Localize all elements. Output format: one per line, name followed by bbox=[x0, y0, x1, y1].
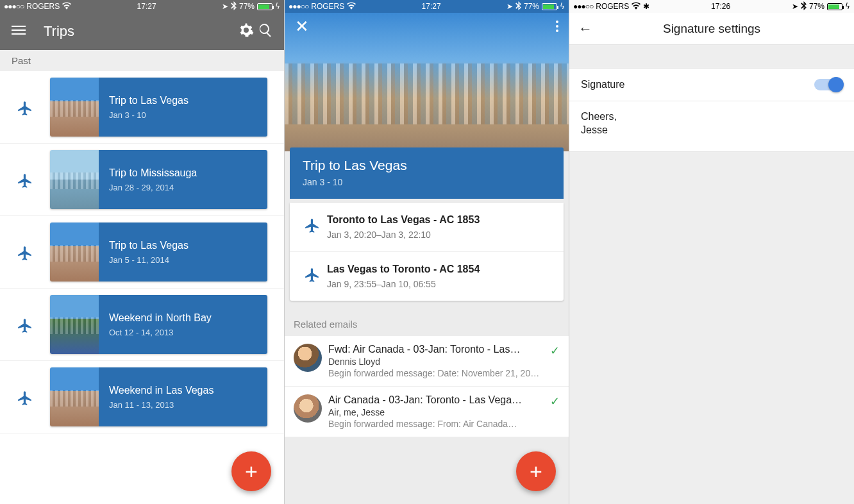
airplane-icon bbox=[17, 390, 33, 409]
signal-dots-icon: ●●●○○ bbox=[289, 2, 308, 11]
search-button[interactable] bbox=[256, 22, 275, 40]
email-from: Air, me, Jesse bbox=[328, 407, 544, 417]
create-button[interactable]: + bbox=[231, 451, 271, 491]
loading-icon: ✱ bbox=[643, 2, 649, 11]
airplane-icon bbox=[17, 100, 33, 119]
flight-segment[interactable]: Toronto to Las Vegas - AC 1853 Jan 3, 20… bbox=[290, 203, 564, 252]
segment-times: Jan 9, 23:55–Jan 10, 06:55 bbox=[327, 279, 556, 289]
location-icon: ➤ bbox=[507, 2, 513, 11]
menu-button[interactable] bbox=[9, 23, 28, 40]
battery-icon bbox=[827, 3, 842, 10]
battery-percent: 77% bbox=[239, 2, 255, 11]
spacer bbox=[569, 45, 854, 68]
screen-signature-settings: ●●●○○ ROGERS ✱ 17:26 ➤ 77% ϟ ← Signature… bbox=[569, 0, 854, 504]
trip-dates: Jan 3 - 10 bbox=[109, 110, 267, 120]
trip-title: Trip to Mississauga bbox=[109, 167, 267, 179]
flight-segment[interactable]: Las Vegas to Toronto - AC 1854 Jan 9, 23… bbox=[290, 252, 564, 301]
email-row[interactable]: Air Canada - 03-Jan: Toronto - Las Vega…… bbox=[285, 387, 569, 437]
signature-toggle[interactable] bbox=[814, 79, 842, 90]
segments-card: Toronto to Las Vegas - AC 1853 Jan 3, 20… bbox=[290, 203, 564, 301]
charging-icon: ϟ bbox=[560, 2, 565, 11]
header-title: Trips bbox=[44, 23, 237, 40]
close-icon: ✕ bbox=[295, 17, 309, 36]
status-bar: ●●●○○ ROGERS 17:27 ➤ 77% ϟ bbox=[285, 0, 569, 13]
trip-dates: Jan 3 - 10 bbox=[303, 177, 551, 187]
status-bar: ●●●○○ ROGERS ✱ 17:26 ➤ 77% ϟ bbox=[569, 0, 854, 13]
trip-row[interactable]: Weekend in Las VegasJan 11 - 13, 2013 bbox=[0, 361, 284, 433]
email-from: Dennis Lloyd bbox=[328, 357, 544, 367]
create-button[interactable]: + bbox=[516, 451, 556, 491]
email-snippet: Begin forwarded message: From: Air Canad… bbox=[328, 419, 544, 429]
battery-icon bbox=[257, 3, 272, 10]
section-label-past: Past bbox=[0, 50, 284, 71]
email-subject: Fwd: Air Canada - 03-Jan: Toronto - Las… bbox=[328, 344, 544, 355]
trip-thumbnail bbox=[50, 223, 99, 281]
trip-title: Weekend in Las Vegas bbox=[109, 385, 267, 396]
header-title: Signature settings bbox=[578, 22, 845, 36]
check-icon: ✓ bbox=[550, 344, 560, 358]
signal-dots-icon: ●●●○○ bbox=[4, 2, 24, 11]
trip-header-card: Trip to Las Vegas Jan 3 - 10 bbox=[290, 147, 564, 199]
plus-icon: + bbox=[530, 459, 542, 484]
bluetooth-icon bbox=[801, 1, 807, 12]
check-icon: ✓ bbox=[550, 394, 560, 408]
status-time: 17:27 bbox=[137, 2, 156, 11]
charging-icon: ϟ bbox=[845, 2, 850, 11]
carrier-label: ROGERS bbox=[311, 2, 344, 11]
close-button[interactable]: ✕ bbox=[295, 17, 309, 37]
charging-icon: ϟ bbox=[275, 2, 280, 11]
carrier-label: ROGERS bbox=[26, 2, 60, 11]
wifi-icon bbox=[632, 2, 640, 12]
battery-percent: 77% bbox=[809, 2, 825, 11]
segment-title: Las Vegas to Toronto - AC 1854 bbox=[327, 264, 556, 275]
related-emails-label: Related emails bbox=[285, 308, 569, 336]
airplane-icon bbox=[304, 267, 321, 286]
battery-icon bbox=[542, 3, 557, 10]
email-row[interactable]: Fwd: Air Canada - 03-Jan: Toronto - Las…… bbox=[285, 336, 569, 387]
trip-row[interactable]: Trip to Las VegasJan 5 - 11, 2014 bbox=[0, 216, 284, 289]
trip-title: Trip to Las Vegas bbox=[109, 240, 267, 251]
trip-thumbnail bbox=[50, 78, 99, 137]
trip-title: Weekend in North Bay bbox=[109, 312, 267, 324]
signal-dots-icon: ●●●○○ bbox=[573, 2, 593, 11]
wifi-icon bbox=[347, 2, 356, 12]
location-icon: ➤ bbox=[792, 2, 798, 11]
hero-image: ✕ bbox=[285, 0, 569, 151]
status-time: 17:27 bbox=[422, 2, 441, 11]
signature-toggle-row[interactable]: Signature bbox=[569, 68, 854, 101]
signature-toggle-label: Signature bbox=[581, 79, 625, 90]
hamburger-icon bbox=[12, 23, 26, 37]
trip-thumbnail bbox=[50, 367, 99, 426]
app-header: ← Signature settings bbox=[569, 13, 854, 45]
segment-title: Toronto to Las Vegas - AC 1853 bbox=[327, 214, 556, 226]
bluetooth-icon bbox=[515, 1, 521, 12]
trip-row[interactable]: Trip to MississaugaJan 28 - 29, 2014 bbox=[0, 144, 284, 216]
trip-thumbnail bbox=[50, 295, 99, 354]
location-icon: ➤ bbox=[222, 2, 228, 11]
trip-row[interactable]: Weekend in North BayOct 12 - 14, 2013 bbox=[0, 289, 284, 361]
airplane-icon bbox=[17, 317, 33, 337]
email-subject: Air Canada - 03-Jan: Toronto - Las Vega… bbox=[328, 394, 544, 406]
settings-button[interactable] bbox=[237, 22, 256, 40]
trip-dates: Oct 12 - 14, 2013 bbox=[109, 328, 267, 337]
app-header: Trips bbox=[0, 13, 284, 50]
bluetooth-icon bbox=[231, 1, 237, 12]
status-bar: ●●●○○ ROGERS 17:27 ➤ 77% ϟ bbox=[0, 0, 284, 13]
status-time: 17:26 bbox=[711, 2, 730, 11]
related-emails-list: Fwd: Air Canada - 03-Jan: Toronto - Las…… bbox=[285, 336, 569, 437]
screen-trips: ●●●○○ ROGERS 17:27 ➤ 77% ϟ Trips bbox=[0, 0, 285, 504]
trip-dates: Jan 5 - 11, 2014 bbox=[109, 255, 267, 265]
trip-thumbnail bbox=[50, 150, 99, 209]
trip-row[interactable]: Trip to Las VegasJan 3 - 10 bbox=[0, 71, 284, 144]
airplane-icon bbox=[17, 245, 33, 264]
trip-list[interactable]: Trip to Las VegasJan 3 - 10 Trip to Miss… bbox=[0, 71, 284, 433]
wifi-icon bbox=[62, 2, 71, 12]
avatar bbox=[294, 394, 322, 423]
trip-title: Trip to Las Vegas bbox=[109, 95, 267, 106]
overflow-button[interactable] bbox=[556, 21, 558, 32]
airplane-icon bbox=[17, 172, 33, 192]
avatar bbox=[294, 344, 322, 372]
signature-text-field[interactable]: Cheers, Jesse bbox=[569, 101, 854, 152]
battery-percent: 77% bbox=[524, 2, 539, 11]
trip-title: Trip to Las Vegas bbox=[303, 158, 551, 173]
